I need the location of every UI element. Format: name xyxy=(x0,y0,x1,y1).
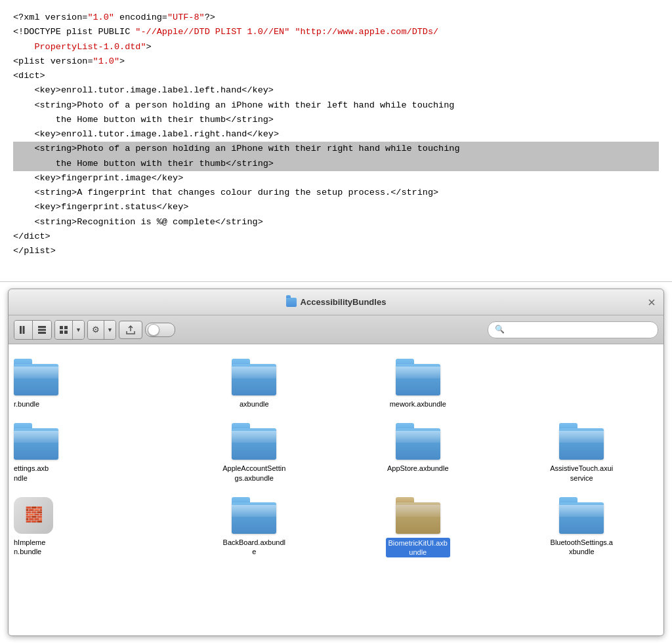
list-item[interactable]: mework.axbundle xyxy=(336,351,500,415)
list-item[interactable]: AssistiveTouch.axuiservice xyxy=(500,415,664,489)
toolbar-search: 🔍 xyxy=(488,321,658,338)
xml-line-7: <string>Photo of a person holding an iPh… xyxy=(13,98,659,113)
xml-line-5: <dict> xyxy=(13,69,659,83)
list-item[interactable]: 🧱 hImplemen.bundle xyxy=(9,489,173,565)
folder-icon xyxy=(396,359,440,395)
svg-rect-6 xyxy=(64,326,68,329)
folder-icon xyxy=(232,497,276,534)
xml-line-1: <?xml version="1.0" encoding="UTF-8"?> xyxy=(13,10,659,25)
action-group: ⚙ ▼ xyxy=(87,320,116,340)
xml-line-4: <plist version="1.0"> xyxy=(13,54,659,69)
list-item[interactable]: BackBoard.axbundle xyxy=(173,489,337,565)
list-item[interactable]: r.bundle xyxy=(9,351,173,415)
folder-icon xyxy=(559,423,604,460)
item-label: axbundle xyxy=(240,399,269,409)
list-item[interactable]: BiometricKitUI.axbundle xyxy=(336,489,500,565)
folder-icon xyxy=(232,359,276,395)
folder-icon xyxy=(396,423,440,460)
folder-icon xyxy=(14,423,58,460)
folder-icon xyxy=(396,497,440,534)
svg-rect-1 xyxy=(22,326,24,334)
xml-line-3: PropertyList-1.0.dtd"> xyxy=(13,40,659,54)
svg-rect-8 xyxy=(64,331,68,334)
xml-line-10: <string>Photo of a person holding an iPh… xyxy=(13,142,659,156)
xml-line-16: </dict> xyxy=(13,230,659,244)
icon-view-group: ▼ xyxy=(54,320,85,340)
expand-button[interactable] xyxy=(646,297,657,308)
xml-line-15: <string>Recognition is %@ complete</stri… xyxy=(13,215,659,230)
finder-toolbar: ▼ ⚙ ▼ 🔍 xyxy=(9,315,663,344)
list-item[interactable]: axbundle xyxy=(173,351,337,415)
item-label: r.bundle xyxy=(9,399,39,409)
svg-rect-0 xyxy=(20,326,22,334)
item-label: AssistiveTouch.axuiservice xyxy=(550,464,613,483)
xml-line-6: <key>enroll.tutor.image.label.left.hand<… xyxy=(13,83,659,98)
xml-line-17: </plist> xyxy=(13,244,659,258)
xml-editor: <?xml version="1.0" encoding="UTF-8"?> <… xyxy=(0,0,672,282)
finder-window-title: AccessibilityBundles xyxy=(301,297,387,307)
xml-line-11: the Home button with their thumb</string… xyxy=(13,157,659,171)
toggle-knob xyxy=(148,324,159,336)
xml-line-14: <key>fingerprint.status</key> xyxy=(13,200,659,214)
search-box[interactable]: 🔍 xyxy=(488,321,658,338)
item-label: BluetoothSettings.axbundle xyxy=(551,538,613,557)
svg-rect-5 xyxy=(60,326,63,329)
finder-titlebar: AccessibilityBundles xyxy=(9,289,663,315)
svg-rect-3 xyxy=(38,329,46,331)
svg-rect-4 xyxy=(38,332,46,334)
item-label: BackBoard.axbundle xyxy=(223,538,285,557)
app-icon: 🧱 xyxy=(14,497,53,534)
list-item[interactable]: AppleAccountSettings.axbundle xyxy=(173,415,337,489)
icon-view-button[interactable] xyxy=(55,321,73,339)
view-mode-group xyxy=(14,320,52,340)
item-label: ettings.axbndle xyxy=(9,464,49,483)
svg-rect-2 xyxy=(38,326,46,328)
folder-title-icon xyxy=(286,298,297,307)
xml-line-13: <string>A fingerprint that changes colou… xyxy=(13,186,659,200)
item-label: AppStore.axbundle xyxy=(387,464,449,473)
item-label: mework.axbundle xyxy=(390,399,446,409)
toggle-button[interactable] xyxy=(145,323,175,337)
list-view-button[interactable] xyxy=(33,321,51,339)
gear-dropdown[interactable]: ▼ xyxy=(104,321,116,339)
share-button[interactable] xyxy=(119,321,142,339)
list-item[interactable]: AppStore.axbundle xyxy=(336,415,500,489)
finder-title: AccessibilityBundles xyxy=(286,297,387,307)
gear-button[interactable]: ⚙ xyxy=(88,321,104,339)
finder-window: AccessibilityBundles xyxy=(8,289,664,636)
xml-line-12: <key>fingerprint.image</key> xyxy=(13,171,659,186)
xml-line-8: the Home button with their thumb</string… xyxy=(13,113,659,127)
folder-icon xyxy=(14,359,58,395)
xml-line-9: <key>enroll.tutor.image.label.right.hand… xyxy=(13,127,659,142)
folder-icon xyxy=(559,497,604,534)
column-view-button[interactable] xyxy=(14,321,33,339)
search-icon: 🔍 xyxy=(495,325,505,334)
finder-content: r.bundle axbundle mework.axbundle xyxy=(9,344,663,636)
icon-view-dropdown[interactable]: ▼ xyxy=(73,321,84,339)
list-item[interactable]: ettings.axbndle xyxy=(9,415,173,489)
item-label: hImplemen.bundle xyxy=(9,538,45,557)
folder-icon xyxy=(232,423,276,460)
xml-line-2: <!DOCTYPE plist PUBLIC "-//Apple//DTD PL… xyxy=(13,25,659,39)
svg-rect-7 xyxy=(60,331,63,334)
item-label: BiometricKitUI.axbundle xyxy=(386,538,450,558)
item-label: AppleAccountSettings.axbundle xyxy=(222,464,285,483)
list-item[interactable]: BluetoothSettings.axbundle xyxy=(500,489,664,565)
